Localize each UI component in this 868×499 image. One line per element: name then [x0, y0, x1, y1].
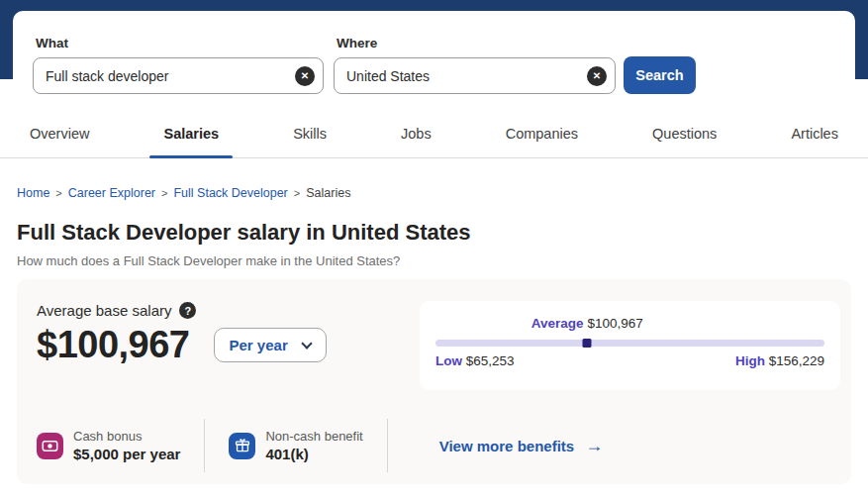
tab-companies[interactable]: Companies	[492, 109, 592, 157]
tab-overview[interactable]: Overview	[16, 109, 103, 157]
tab-salaries[interactable]: Salaries	[149, 109, 233, 157]
benefits-row: Cash bonus $5,000 per year	[37, 418, 603, 473]
gift-icon	[229, 433, 255, 459]
salary-amount-row: $100,967 Per year	[37, 324, 327, 366]
what-input[interactable]	[33, 57, 324, 94]
page-subtitle: How much does a Full Stack Developer mak…	[17, 253, 851, 268]
what-label: What	[36, 36, 324, 50]
vertical-divider	[204, 419, 205, 472]
tab-bar: Overview Salaries Skills Jobs Companies …	[0, 109, 868, 158]
where-label: Where	[337, 36, 616, 50]
low-value: $65,253	[466, 353, 515, 368]
cash-bonus-item: Cash bonus $5,000 per year	[37, 428, 180, 463]
search-button[interactable]: Search	[624, 56, 696, 94]
salary-card: Average base salary ? $100,967 Per year …	[17, 279, 851, 484]
where-input[interactable]	[334, 57, 616, 94]
what-field-group: What ✕	[33, 36, 324, 94]
main-content: Home > Career Explorer > Full Stack Deve…	[0, 186, 868, 484]
view-more-benefits-label: View more benefits	[439, 438, 574, 454]
average-value: $100,967	[587, 316, 642, 331]
non-cash-benefit-value: 401(k)	[265, 445, 362, 463]
breadcrumb-link-full-stack-developer[interactable]: Full Stack Developer	[173, 186, 287, 200]
tab-articles[interactable]: Articles	[777, 109, 852, 157]
average-label: Average	[531, 316, 584, 331]
breadcrumb-separator: >	[294, 187, 300, 199]
non-cash-benefit-item: Non-cash benefit 401(k)	[229, 428, 362, 463]
high-label: High	[735, 353, 765, 368]
slider-marker	[583, 339, 592, 348]
breadcrumb: Home > Career Explorer > Full Stack Deve…	[17, 186, 851, 200]
chevron-down-icon	[301, 338, 312, 349]
where-clear-button[interactable]: ✕	[587, 66, 607, 86]
pay-period-value: Per year	[230, 337, 288, 353]
salary-amount: $100,967	[37, 324, 190, 366]
non-cash-benefit-label: Non-cash benefit	[265, 428, 362, 445]
pay-period-dropdown[interactable]: Per year	[214, 328, 327, 362]
range-end-labels: Low $65,253 High $156,229	[435, 353, 824, 368]
tab-skills[interactable]: Skills	[279, 109, 340, 157]
low-label-group: Low $65,253	[435, 353, 515, 368]
page-title: Full Stack Developer salary in United St…	[17, 220, 851, 246]
clear-icon: ✕	[593, 66, 601, 86]
tab-questions[interactable]: Questions	[638, 109, 730, 157]
average-base-salary-label: Average base salary	[37, 302, 171, 319]
what-clear-button[interactable]: ✕	[295, 66, 315, 86]
breadcrumb-link-home[interactable]: Home	[17, 186, 49, 200]
salary-range-card: Average $100,967 Low $65,253 High $156,2…	[420, 301, 840, 390]
cash-bonus-label: Cash bonus	[73, 428, 180, 445]
clear-icon: ✕	[301, 66, 309, 86]
where-field-group: Where ✕	[334, 36, 616, 94]
average-marker-label-row: Average $100,967	[435, 316, 824, 333]
top-navbar: What ✕ Where ✕ Search	[0, 0, 868, 79]
breadcrumb-separator: >	[161, 187, 167, 199]
average-base-salary-row: Average base salary ?	[37, 302, 196, 319]
tab-jobs[interactable]: Jobs	[387, 109, 445, 157]
where-input-wrap: ✕	[334, 57, 616, 94]
cash-icon	[37, 433, 63, 459]
low-label: Low	[435, 353, 462, 368]
view-more-benefits-link[interactable]: View more benefits →	[439, 437, 603, 454]
breadcrumb-current: Salaries	[306, 186, 350, 200]
salary-range-slider	[435, 340, 824, 347]
breadcrumb-separator: >	[55, 187, 61, 199]
high-label-group: High $156,229	[735, 353, 824, 368]
what-input-wrap: ✕	[33, 57, 324, 94]
breadcrumb-link-career-explorer[interactable]: Career Explorer	[68, 186, 155, 200]
search-card: What ✕ Where ✕ Search	[13, 11, 855, 107]
arrow-right-icon: →	[585, 437, 603, 454]
cash-bonus-value: $5,000 per year	[73, 445, 180, 463]
high-value: $156,229	[769, 353, 824, 368]
page: What ✕ Where ✕ Search	[0, 0, 868, 499]
average-marker-label: Average $100,967	[531, 316, 643, 331]
vertical-divider	[387, 419, 388, 472]
help-icon[interactable]: ?	[179, 302, 196, 319]
